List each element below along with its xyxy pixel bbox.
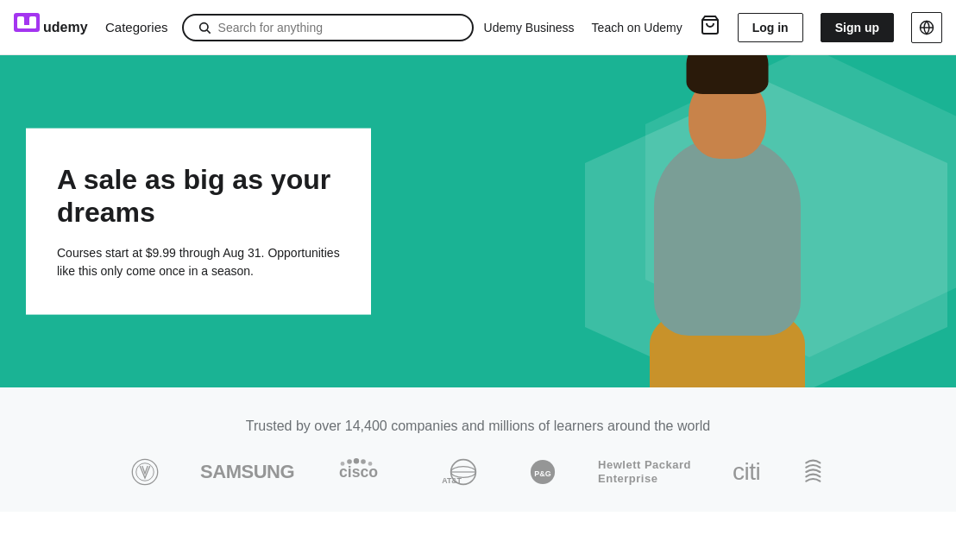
- hpe-logo: Hewlett Packard Enterprise: [598, 458, 691, 485]
- hero-person-image: [572, 55, 883, 387]
- body-shape: [654, 137, 801, 336]
- hero-content-box: A sale as big as your dreams Courses sta…: [26, 128, 371, 315]
- login-button[interactable]: Log in: [738, 13, 803, 42]
- volkswagen-logo: [131, 458, 159, 486]
- udemy-business-link[interactable]: Udemy Business: [484, 21, 575, 35]
- samsung-logo: SAMSUNG: [200, 461, 294, 483]
- svg-point-17: [368, 462, 373, 466]
- svg-text:cisco: cisco: [339, 463, 378, 481]
- language-button[interactable]: [911, 12, 942, 43]
- hair-shape: [687, 55, 769, 94]
- svg-line-6: [207, 30, 211, 34]
- categories-link[interactable]: Categories: [105, 20, 168, 35]
- trusted-section: Trusted by over 14,400 companies and mil…: [0, 387, 956, 512]
- nav-right: Udemy Business Teach on Udemy Log in Sig…: [484, 12, 942, 43]
- pg-logo: P&G: [529, 458, 557, 486]
- citi-logo: citi: [733, 458, 760, 486]
- svg-text:P&G: P&G: [534, 469, 550, 478]
- svg-text:udemy: udemy: [43, 20, 88, 35]
- svg-point-15: [354, 458, 359, 463]
- hero-title: A sale as big as your dreams: [57, 162, 340, 229]
- svg-point-16: [361, 459, 366, 464]
- cart-icon[interactable]: [700, 15, 720, 41]
- svg-point-13: [341, 462, 345, 466]
- hero-subtitle: Courses start at $9.99 through Aug 31. O…: [57, 244, 340, 280]
- svg-rect-3: [17, 25, 36, 28]
- trusted-title: Trusted by over 14,400 companies and mil…: [0, 418, 956, 434]
- att-logo: AT&T: [439, 458, 487, 486]
- search-input[interactable]: [218, 21, 458, 35]
- navbar: udemy Categories Udemy Business Teach on…: [0, 0, 956, 55]
- udemy-logo[interactable]: udemy: [14, 13, 91, 42]
- search-icon: [198, 21, 211, 35]
- cisco-logo: cisco: [336, 458, 398, 486]
- hex-decoration: [447, 55, 956, 387]
- teach-link[interactable]: Teach on Udemy: [592, 21, 682, 35]
- ericsson-logo: [802, 458, 825, 486]
- signup-button[interactable]: Sign up: [821, 13, 894, 42]
- svg-text:AT&T: AT&T: [442, 476, 462, 485]
- svg-point-14: [347, 459, 352, 464]
- company-logos-row: SAMSUNG cisco AT&T: [0, 458, 956, 486]
- hero-section: A sale as big as your dreams Courses sta…: [0, 55, 956, 387]
- search-bar: [182, 14, 474, 41]
- svg-point-5: [199, 22, 207, 30]
